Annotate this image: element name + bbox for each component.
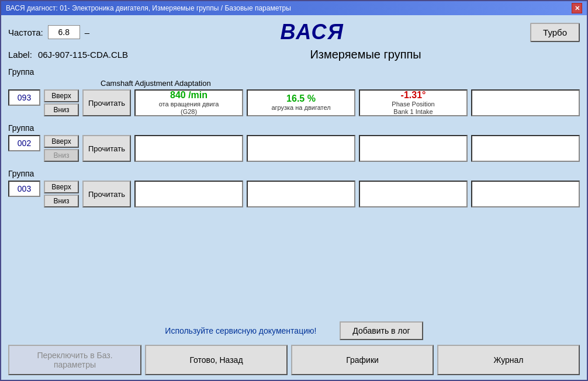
- window-title: ВАСЯ диагност: 01- Электроника двигателя…: [6, 4, 572, 12]
- group3-row: 003 Вверх Вниз Прочитать: [8, 181, 580, 207]
- group1-btn-stack: Вверх Вниз: [44, 89, 79, 116]
- switch-button[interactable]: Переключить в Баз. параметры: [8, 345, 141, 375]
- group3-up-button[interactable]: Вверх: [44, 181, 79, 193]
- group2-up-button[interactable]: Вверх: [44, 135, 79, 148]
- close-button[interactable]: ✕: [572, 3, 582, 13]
- group2-read-button[interactable]: Прочитать: [82, 135, 131, 162]
- group2-number: 002: [8, 135, 40, 151]
- group2-cell2: [247, 135, 355, 162]
- group1-label: Группа: [8, 67, 34, 77]
- app-title: ВАСЯ: [94, 20, 530, 44]
- group3-header: Группа: [8, 169, 580, 178]
- group3-cell4: [471, 181, 580, 207]
- group1-read-button[interactable]: Прочитать: [82, 89, 131, 116]
- group1-cell1-desc: ота вращения двига(G28): [159, 101, 219, 116]
- group2-cell3: [359, 135, 468, 162]
- group1-cell3: -1.31° Phase PositionBank 1 Intake: [359, 89, 468, 116]
- group3-cell1: [134, 181, 243, 207]
- group3-down-button[interactable]: Вниз: [44, 195, 79, 207]
- camshaft-title: Camshaft Adjustment Adaptation: [101, 79, 580, 88]
- main-window: ВАСЯ диагност: 01- Электроника двигателя…: [0, 0, 588, 381]
- group3-label: Группа: [8, 169, 34, 178]
- group2-section: Группа 002 Вверх Вниз Прочитать: [8, 123, 580, 162]
- use-docs-text: Используйте сервисную документацию!: [165, 326, 316, 335]
- group3-cell3: [359, 181, 468, 207]
- label-key: Label:: [8, 50, 32, 60]
- group1-cell3-desc: Phase PositionBank 1 Intake: [392, 101, 434, 116]
- turbo-button[interactable]: Турбо: [530, 23, 580, 42]
- group1-down-button[interactable]: Вниз: [44, 103, 79, 116]
- group1-row: 093 Вверх Вниз Прочитать 840 /min ота вр…: [8, 89, 580, 116]
- journal-button[interactable]: Журнал: [437, 345, 580, 375]
- group1-up-button[interactable]: Вверх: [44, 89, 79, 102]
- freq-label: Частота:: [8, 27, 43, 37]
- footer: Используйте сервисную документацию! Доба…: [8, 316, 580, 375]
- group1-header: Группа: [8, 67, 580, 77]
- add-log-button[interactable]: Добавить в лог: [340, 321, 423, 340]
- group3-number: 003: [8, 181, 40, 197]
- group3-cell2: [247, 181, 355, 207]
- group1-cell2-desc: агрузка на двигател: [271, 104, 330, 112]
- footer-row1: Используйте сервисную документацию! Доба…: [8, 321, 580, 340]
- group1-cell1-value: 840 /min: [170, 90, 207, 101]
- group1-cell2: 16.5 % агрузка на двигател: [247, 89, 355, 116]
- group1-cell2-value: 16.5 %: [286, 93, 316, 104]
- group2-label: Группа: [8, 123, 34, 133]
- charts-button[interactable]: Графики: [291, 345, 434, 375]
- group3-data-cells: [134, 181, 580, 207]
- group1-section: Группа Camshaft Adjustment Adaptation 09…: [8, 67, 580, 116]
- top-row: Частота: – ВАСЯ Турбо: [8, 20, 580, 44]
- title-bar: ВАСЯ диагност: 01- Электроника двигателя…: [1, 1, 587, 15]
- section-title: Измеряемые группы: [151, 48, 580, 61]
- label-row: Label: 06J-907-115-CDA.CLB Измеряемые гр…: [8, 48, 580, 61]
- main-content: Частота: – ВАСЯ Турбо Label: 06J-907-115…: [1, 15, 587, 380]
- freq-input[interactable]: [48, 25, 80, 39]
- group2-header: Группа: [8, 123, 580, 133]
- group1-data-cells: 840 /min ота вращения двига(G28) 16.5 % …: [134, 89, 580, 116]
- group2-cell1: [134, 135, 243, 162]
- group3-section: Группа 003 Вверх Вниз Прочитать: [8, 169, 580, 207]
- label-value: 06J-907-115-CDA.CLB: [38, 50, 128, 60]
- group1-cell3-value: -1.31°: [401, 90, 426, 101]
- group2-cell4: [471, 135, 580, 162]
- group3-read-button[interactable]: Прочитать: [82, 181, 131, 207]
- group2-data-cells: [134, 135, 580, 162]
- group2-btn-stack: Вверх Вниз: [44, 135, 79, 162]
- group1-cell4: [471, 89, 580, 116]
- freq-dash: –: [85, 27, 89, 37]
- group1-cell1: 840 /min ота вращения двига(G28): [134, 89, 243, 116]
- group3-btn-stack: Вверх Вниз: [44, 181, 79, 207]
- group1-number: 093: [8, 89, 40, 106]
- group2-row: 002 Вверх Вниз Прочитать: [8, 135, 580, 162]
- group2-down-button[interactable]: Вниз: [44, 149, 79, 162]
- done-button[interactable]: Готово, Назад: [145, 345, 288, 375]
- footer-row2: Переключить в Баз. параметры Готово, Наз…: [8, 345, 580, 375]
